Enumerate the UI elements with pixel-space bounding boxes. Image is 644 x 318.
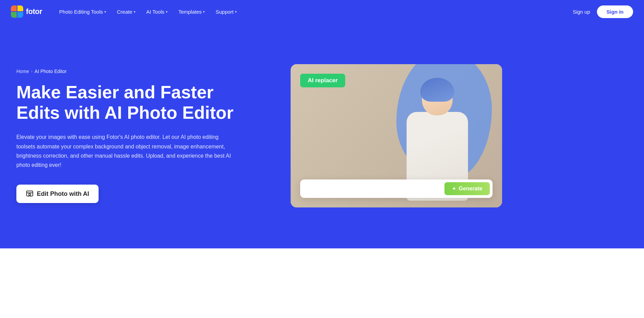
hero-section: Home › AI Photo Editor Make Easier and F… [0, 23, 644, 248]
chevron-down-icon: ▾ [166, 10, 167, 14]
signin-button[interactable]: Sign in [597, 5, 633, 18]
logo[interactable]: fotor [11, 5, 42, 18]
nav-item-support[interactable]: Support ▾ [211, 6, 241, 17]
svg-point-1 [29, 193, 31, 196]
nav-links: Photo Editing Tools ▾ Create ▾ AI Tools … [55, 6, 572, 17]
hero-title: Make Easier and Faster Edits with AI Pho… [16, 82, 248, 123]
breadcrumb-current: AI Photo Editor [34, 69, 67, 74]
nav-item-templates[interactable]: Templates ▾ [174, 6, 209, 17]
breadcrumb-home[interactable]: Home [16, 69, 29, 74]
chevron-down-icon: ▾ [104, 10, 106, 14]
hero-description: Elevate your images with ease using Foto… [16, 132, 235, 170]
edit-photo-icon [26, 190, 33, 198]
generate-star-icon: ✦ [452, 186, 456, 191]
nav-label-support: Support [216, 9, 234, 15]
ai-replacer-badge: AI replacer [300, 74, 345, 87]
generate-label: Generate [459, 186, 482, 192]
logo-icon [11, 5, 23, 18]
chevron-down-icon: ▾ [134, 10, 135, 14]
logo-text: fotor [26, 7, 42, 16]
breadcrumb-separator: › [31, 69, 32, 74]
nav-label-photo-editing-tools: Photo Editing Tools [59, 9, 103, 15]
hero-image-panel: AI replacer ✦ Generate [262, 61, 531, 211]
generate-button[interactable]: ✦ Generate [444, 182, 490, 195]
nav-item-create[interactable]: Create ▾ [112, 6, 140, 17]
nav-auth: Sign up Sign in [571, 5, 633, 18]
nav-label-templates: Templates [178, 9, 202, 15]
ai-replacer-label: AI replacer [308, 77, 338, 84]
generate-bar: ✦ Generate [300, 179, 493, 198]
nav-label-create: Create [117, 9, 132, 15]
nav-item-photo-editing-tools[interactable]: Photo Editing Tools ▾ [55, 6, 111, 17]
nav-label-ai-tools: AI Tools [146, 9, 164, 15]
nav-item-ai-tools[interactable]: AI Tools ▾ [142, 6, 172, 17]
chevron-down-icon: ▾ [203, 10, 205, 14]
edit-photo-button[interactable]: Edit Photo with AI [16, 185, 99, 203]
breadcrumb: Home › AI Photo Editor [16, 69, 248, 74]
image-card: AI replacer ✦ Generate [291, 64, 502, 207]
hero-content: Home › AI Photo Editor Make Easier and F… [16, 69, 262, 203]
woman-hair [420, 78, 454, 102]
navbar: fotor Photo Editing Tools ▾ Create ▾ AI … [0, 0, 644, 23]
chevron-down-icon: ▾ [235, 10, 237, 14]
edit-photo-label: Edit Photo with AI [37, 190, 89, 198]
woman-head [422, 81, 453, 115]
bottom-section [0, 248, 644, 317]
signup-button[interactable]: Sign up [571, 6, 591, 17]
